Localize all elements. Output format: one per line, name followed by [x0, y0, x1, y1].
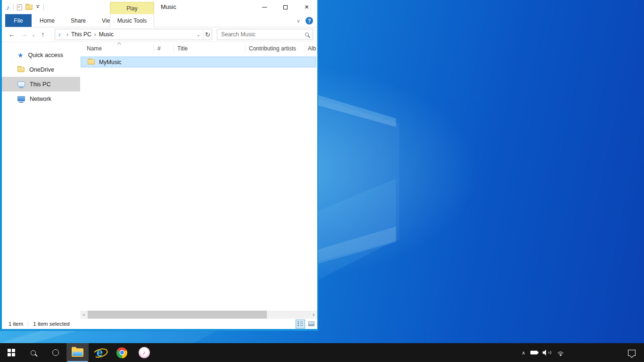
details-view-icon — [297, 321, 303, 326]
breadcrumb-chevron-icon[interactable]: › — [91, 31, 99, 38]
internet-explorer-icon: e — [94, 346, 106, 359]
navigation-pane: ★ Quick access OneDrive This PC Network — [2, 42, 80, 319]
location-music-icon: ♪ — [55, 31, 64, 38]
recent-locations-chevron[interactable]: ⌄ — [30, 32, 37, 37]
back-button[interactable]: ← — [6, 31, 18, 38]
sidebar-item-this-pc[interactable]: This PC — [2, 77, 80, 91]
chrome-button[interactable] — [111, 343, 133, 362]
column-header-contributing-artists[interactable]: Contributing artists — [249, 45, 296, 52]
file-explorer-icon — [72, 348, 83, 357]
tab-file[interactable]: File — [5, 14, 32, 27]
sidebar-item-label: Network — [30, 96, 51, 102]
explorer-main: ★ Quick access OneDrive This PC Network … — [2, 42, 317, 319]
search-box[interactable] — [217, 29, 313, 40]
ribbon-right-controls: ∨ ? — [297, 14, 313, 27]
taskbar-search-button[interactable] — [22, 343, 44, 362]
divider — [28, 321, 28, 327]
large-icons-view-icon — [308, 321, 314, 326]
action-center-button[interactable] — [628, 350, 636, 356]
file-row-mymusic[interactable]: MyMusic — [81, 57, 316, 67]
ribbon-tabs: File Home Share View Music Tools ∨ ? — [2, 14, 317, 27]
battery-icon[interactable] — [530, 351, 537, 354]
column-headers: Name # Title Contributing artists Alb — [80, 42, 317, 55]
internet-explorer-button[interactable]: e — [89, 343, 111, 362]
sidebar-item-quick-access[interactable]: ★ Quick access — [2, 48, 80, 62]
taskbar-file-explorer-button[interactable] — [66, 343, 89, 362]
scroll-left-arrow[interactable]: ‹ — [80, 311, 88, 319]
start-button[interactable] — [0, 343, 22, 362]
show-hidden-icons-button[interactable]: ∧ — [522, 350, 525, 355]
address-dropdown-chevron[interactable]: ⌄ — [194, 32, 203, 37]
caption-buttons: ✕ — [254, 0, 317, 14]
window-title: Music — [161, 0, 176, 14]
sidebar-item-label: OneDrive — [29, 66, 54, 73]
column-divider[interactable] — [245, 44, 246, 53]
check-icon: ✓ — [18, 4, 22, 9]
selection-count: 1 item selected — [33, 321, 69, 327]
sidebar-item-network[interactable]: Network — [2, 91, 80, 106]
quick-access-toolbar: ♪ ✓ — [2, 4, 44, 11]
file-explorer-window: ♪ ✓ Play Music ✕ File Home Share View Mu… — [0, 0, 318, 331]
scrollbar-thumb[interactable] — [88, 311, 267, 319]
search-icon — [31, 350, 36, 355]
windows-start-icon — [8, 349, 15, 356]
folder-icon — [88, 59, 95, 65]
itunes-button[interactable]: ♪ — [133, 343, 155, 362]
quick-access-star-icon: ★ — [17, 52, 24, 58]
navigation-toolbar: ← → ⌄ ↑ ♪ › This PC › Music ⌄ ↻ — [2, 27, 317, 42]
details-view-button[interactable] — [296, 320, 305, 329]
large-icons-view-button[interactable] — [306, 320, 316, 329]
column-header-title[interactable]: Title — [177, 45, 188, 52]
search-input[interactable] — [221, 31, 305, 38]
search-icon[interactable] — [305, 33, 309, 36]
breadcrumb-chevron-icon[interactable]: › — [64, 31, 71, 38]
maximize-icon — [283, 5, 288, 9]
tab-music-tools[interactable]: Music Tools — [110, 14, 154, 27]
taskbar: e ♪ ∧ — [0, 343, 644, 362]
help-button[interactable]: ? — [305, 17, 313, 25]
column-divider[interactable] — [173, 44, 174, 53]
column-divider[interactable] — [304, 44, 305, 53]
maximize-button[interactable] — [275, 0, 296, 14]
network-icon — [17, 96, 25, 101]
breadcrumb-this-pc[interactable]: This PC — [71, 31, 91, 38]
tab-share[interactable]: Share — [63, 14, 94, 27]
file-name: MyMusic — [99, 59, 121, 66]
up-button[interactable]: ↑ — [37, 31, 49, 38]
file-list-area[interactable]: Name # Title Contributing artists Alb My… — [80, 42, 317, 319]
customize-qat-button[interactable] — [36, 5, 40, 9]
breadcrumb-music[interactable]: Music — [99, 31, 114, 38]
refresh-button[interactable]: ↻ — [203, 29, 212, 40]
computer-icon — [17, 82, 25, 87]
column-divider[interactable] — [154, 44, 154, 53]
horizontal-scrollbar[interactable]: ‹ › — [80, 311, 317, 319]
close-button[interactable]: ✕ — [296, 0, 317, 14]
new-folder-button[interactable] — [25, 5, 33, 10]
onedrive-folder-icon — [17, 67, 25, 72]
chrome-icon — [116, 347, 127, 358]
properties-button[interactable]: ✓ — [17, 4, 22, 10]
status-bar: 1 item 1 item selected — [2, 319, 317, 329]
contextual-group-play[interactable]: Play — [110, 2, 154, 14]
cortana-button[interactable] — [44, 343, 66, 362]
cortana-icon — [52, 349, 59, 356]
tab-home[interactable]: Home — [32, 14, 63, 27]
column-header-album[interactable]: Alb — [308, 45, 316, 52]
scroll-right-arrow[interactable]: › — [310, 311, 317, 319]
window-music-icon[interactable]: ♪ — [6, 4, 10, 11]
sidebar-item-label: This PC — [30, 81, 50, 88]
volume-icon[interactable] — [543, 349, 551, 356]
column-header-name[interactable]: Name — [87, 45, 102, 52]
divider — [43, 4, 44, 10]
forward-button[interactable]: → — [18, 31, 30, 38]
item-count: 1 item — [8, 321, 23, 327]
system-tray: ∧ — [522, 349, 644, 356]
column-header-number[interactable]: # — [157, 45, 161, 52]
sidebar-item-label: Quick access — [28, 52, 63, 58]
sidebar-item-onedrive[interactable]: OneDrive — [2, 62, 80, 77]
minimize-button[interactable] — [254, 0, 275, 14]
expand-ribbon-chevron-icon[interactable]: ∨ — [297, 18, 300, 24]
address-bar[interactable]: ♪ › This PC › Music ⌄ ↻ — [55, 29, 212, 40]
wifi-icon[interactable] — [556, 350, 565, 356]
scrollbar-track[interactable] — [88, 311, 310, 319]
